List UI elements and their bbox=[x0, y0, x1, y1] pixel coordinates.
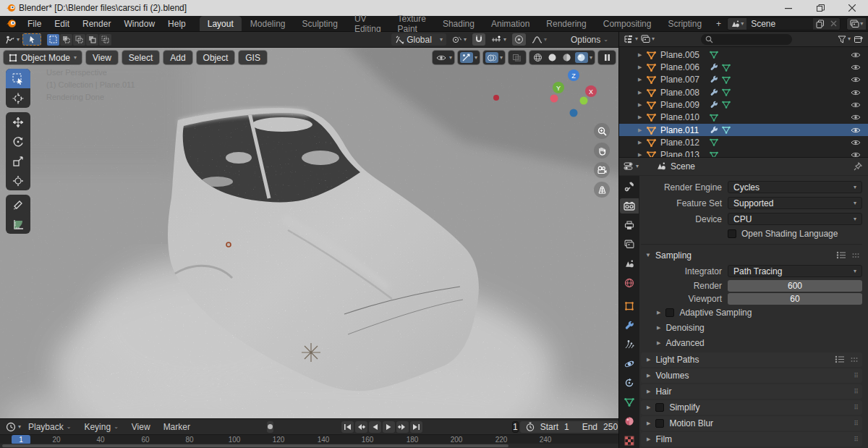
render-engine-dropdown[interactable]: Cycles▾ bbox=[728, 181, 862, 193]
visibility-eye-icon[interactable] bbox=[851, 114, 861, 121]
timeline-ruler[interactable]: 20 40 60 80 100 120 140 160 180 200 220 … bbox=[0, 434, 618, 444]
disclosure-arrow-icon[interactable]: ▶ bbox=[638, 52, 647, 58]
editor-type-button[interactable]: ▾ bbox=[4, 35, 20, 45]
next-keyframe-button[interactable] bbox=[396, 421, 409, 433]
disclosure-arrow-icon[interactable]: ▶ bbox=[638, 114, 647, 120]
timeline-scrollbar[interactable] bbox=[0, 444, 618, 448]
properties-tab-texture[interactable] bbox=[620, 433, 639, 448]
visibility-eye-icon[interactable] bbox=[851, 101, 861, 109]
menu-window[interactable]: Window bbox=[117, 16, 161, 31]
properties-tab-modifiers[interactable] bbox=[620, 318, 639, 333]
hair-panel[interactable]: ▶ Hair ⠿ bbox=[641, 384, 862, 399]
disclosure-arrow-icon[interactable]: ▶ bbox=[638, 102, 647, 108]
camera-view-button[interactable] bbox=[594, 162, 610, 178]
disclosure-arrow-icon[interactable]: ▶ bbox=[638, 127, 647, 133]
properties-tab-view-layer[interactable] bbox=[620, 237, 639, 252]
advanced-subpanel[interactable]: ▶ Advanced bbox=[641, 336, 862, 351]
visibility-eye-icon[interactable] bbox=[851, 139, 861, 146]
tab-rendering[interactable]: Rendering bbox=[538, 16, 594, 31]
play-reverse-button[interactable] bbox=[369, 421, 381, 433]
pin-button[interactable] bbox=[854, 162, 862, 171]
outliner-item[interactable]: ▶ Plane.008 bbox=[619, 86, 868, 98]
properties-tab-tool[interactable] bbox=[620, 179, 639, 195]
tab-layout[interactable]: Layout bbox=[200, 16, 242, 31]
shading-rendered-button[interactable] bbox=[575, 52, 588, 63]
film-panel[interactable]: ▶ Film ⠿ bbox=[641, 432, 862, 447]
outliner-search-input[interactable] bbox=[701, 34, 792, 45]
osl-checkbox[interactable] bbox=[728, 229, 736, 238]
tab-scripting[interactable]: Scripting bbox=[660, 16, 710, 31]
prev-keyframe-button[interactable] bbox=[355, 421, 367, 433]
visibility-eye-icon[interactable] bbox=[851, 51, 861, 59]
keying-menu[interactable]: Keying⌄ bbox=[78, 422, 124, 432]
add-workspace-button[interactable]: + bbox=[710, 16, 727, 31]
properties-tab-output[interactable] bbox=[620, 218, 639, 233]
close-button[interactable] bbox=[836, 0, 868, 16]
disclosure-arrow-icon[interactable]: ▶ bbox=[638, 90, 647, 96]
properties-tab-constraints[interactable] bbox=[620, 376, 639, 391]
auto-keying-button[interactable] bbox=[267, 421, 273, 433]
overlays-dropdown[interactable]: ▾ bbox=[483, 51, 505, 64]
outliner-filter-button[interactable]: ▾ bbox=[838, 35, 851, 43]
transform-orientation-dropdown[interactable]: Global ▾ bbox=[391, 33, 446, 46]
current-frame-field[interactable]: 1 bbox=[512, 421, 519, 433]
render-samples-slider[interactable]: 600 bbox=[728, 280, 862, 292]
visibility-eye-icon[interactable] bbox=[851, 76, 861, 83]
tab-animation[interactable]: Animation bbox=[483, 16, 537, 31]
tab-uv-editing[interactable]: UV Editing bbox=[346, 16, 389, 31]
tool-measure[interactable] bbox=[6, 214, 30, 234]
visibility-eye-icon[interactable] bbox=[851, 151, 861, 156]
xray-toggle[interactable] bbox=[509, 51, 526, 64]
navigation-gizmo[interactable]: Z X Y bbox=[548, 67, 600, 119]
menu-file[interactable]: File bbox=[21, 16, 48, 31]
presets-icon[interactable] bbox=[836, 251, 846, 259]
light-paths-panel[interactable]: ▶ Light Paths bbox=[641, 352, 862, 367]
tab-modeling[interactable]: Modeling bbox=[242, 16, 294, 31]
perspective-toggle-button[interactable] bbox=[594, 182, 610, 198]
scene-new-button[interactable] bbox=[813, 18, 827, 30]
device-dropdown[interactable]: CPU▾ bbox=[728, 213, 862, 225]
integrator-dropdown[interactable]: Path Tracing▾ bbox=[728, 265, 862, 277]
adaptive-sampling-subpanel[interactable]: ▶ Adaptive Sampling bbox=[641, 305, 862, 321]
pause-render-button[interactable] bbox=[598, 51, 616, 64]
properties-tab-render[interactable] bbox=[620, 198, 639, 214]
tool-scale[interactable] bbox=[6, 151, 30, 171]
outliner-item-selected[interactable]: ▶ Plane.011 bbox=[619, 124, 868, 136]
menu-help[interactable]: Help bbox=[161, 16, 192, 31]
outliner-item[interactable]: ▶ Plane.007 bbox=[619, 74, 868, 86]
restore-button[interactable] bbox=[804, 0, 836, 16]
options-dropdown[interactable]: Options ⌄ bbox=[571, 35, 608, 45]
select-mode-invert[interactable] bbox=[86, 34, 98, 46]
marker-menu[interactable]: Marker bbox=[158, 422, 196, 432]
volumes-panel[interactable]: ▶ Volumes ⠿ bbox=[641, 368, 862, 383]
playback-menu[interactable]: Playback⌄ bbox=[22, 422, 77, 432]
disclosure-arrow-icon[interactable]: ▶ bbox=[638, 77, 647, 83]
outliner-editor-type-button[interactable]: ▾ bbox=[624, 35, 638, 43]
pan-button[interactable] bbox=[594, 143, 610, 159]
play-button[interactable] bbox=[383, 421, 395, 433]
active-tool-select-box[interactable] bbox=[22, 33, 41, 46]
outliner-item[interactable]: ▶ Plane.013 bbox=[619, 148, 868, 156]
scene-unlink-button[interactable] bbox=[827, 18, 840, 30]
view-layer-browse-button[interactable]: ▾ bbox=[847, 18, 866, 30]
pivot-point-dropdown[interactable]: ▾ bbox=[450, 33, 469, 46]
viewport-samples-slider[interactable]: 60 bbox=[728, 293, 862, 305]
tab-compositing[interactable]: Compositing bbox=[595, 16, 660, 31]
properties-tab-data[interactable] bbox=[620, 394, 639, 410]
outliner-item[interactable]: ▶ Plane.012 bbox=[619, 136, 868, 148]
viewport-3d[interactable]: Object Mode ▾ View Select Add Object GIS… bbox=[0, 48, 618, 418]
tab-sculpting[interactable]: Sculpting bbox=[294, 16, 346, 31]
zoom-button[interactable] bbox=[594, 123, 610, 139]
start-value[interactable]: 1 bbox=[564, 422, 569, 432]
minimize-button[interactable] bbox=[773, 0, 804, 16]
shading-material-button[interactable] bbox=[561, 52, 574, 63]
properties-tab-material[interactable] bbox=[620, 414, 639, 429]
shading-wireframe-button[interactable] bbox=[532, 52, 545, 63]
select-mode-extend[interactable] bbox=[60, 34, 72, 46]
feature-set-dropdown[interactable]: Supported▾ bbox=[728, 197, 862, 209]
outliner-item[interactable]: ▶ Plane.010 bbox=[619, 111, 868, 124]
sampling-section-header[interactable]: ▼ Sampling bbox=[641, 248, 862, 263]
viewport-menu-gis[interactable]: GIS bbox=[239, 51, 267, 64]
motion-blur-checkbox[interactable] bbox=[655, 419, 664, 428]
disclosure-arrow-icon[interactable]: ▶ bbox=[638, 64, 647, 70]
